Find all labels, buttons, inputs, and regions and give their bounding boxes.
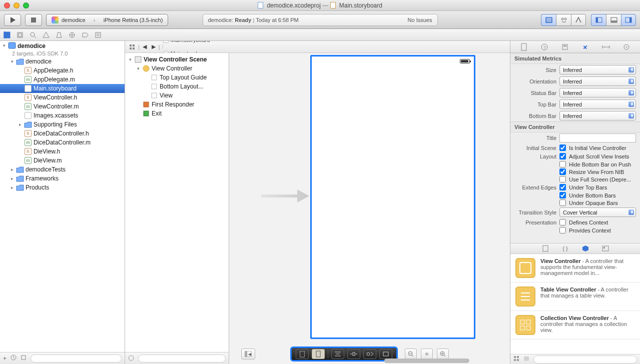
library-item[interactable]: View Controller - A controller that supp… <box>510 254 640 282</box>
outline-item[interactable]: First Responder <box>125 100 229 109</box>
report-navigator-tab[interactable] <box>94 31 102 39</box>
connections-inspector-tab[interactable] <box>621 42 631 52</box>
standard-editor-button[interactable] <box>541 14 556 26</box>
symbol-navigator-tab[interactable] <box>16 31 24 39</box>
test-navigator-tab[interactable] <box>55 31 63 39</box>
disclosure-triangle-icon[interactable] <box>18 158 23 163</box>
resizing-button[interactable] <box>379 349 392 359</box>
object-library-tab[interactable] <box>581 244 590 252</box>
object-library-list[interactable]: View Controller - A controller that supp… <box>510 254 640 354</box>
library-item[interactable]: Table View Controller - A controller tha… <box>510 282 640 311</box>
disclosure-triangle-icon[interactable] <box>10 168 15 172</box>
view-controller-view[interactable] <box>310 55 475 339</box>
any-any-button[interactable]: ⎕ <box>296 349 309 359</box>
nav-item[interactable]: mDieView.m <box>0 156 125 165</box>
minimize-window-button[interactable] <box>14 2 20 8</box>
disclosure-triangle-icon[interactable] <box>18 68 23 73</box>
issue-navigator-tab[interactable] <box>42 31 50 39</box>
defines-context-checkbox[interactable] <box>559 219 566 226</box>
statusbar-popup[interactable]: Inferred▴▾ <box>559 88 636 98</box>
quick-help-tab[interactable]: ? <box>539 42 549 52</box>
disclosure-triangle-icon[interactable] <box>18 132 23 136</box>
nav-item[interactable]: hAppDelegate.h <box>0 66 125 75</box>
disclosure-triangle-icon[interactable] <box>144 84 149 89</box>
scheme-destination[interactable]: iPhone Retina (3.5-inch) <box>99 14 168 26</box>
under-opaque-checkbox[interactable] <box>559 200 566 206</box>
zoom-out-button[interactable] <box>405 348 417 360</box>
orientation-popup[interactable]: Inferred▴▾ <box>559 76 636 86</box>
close-window-button[interactable] <box>4 2 10 8</box>
disclosure-triangle-icon[interactable] <box>2 44 7 48</box>
nav-item[interactable]: demodiceTests <box>0 165 125 174</box>
nav-item[interactable]: Images.xcassets <box>0 111 125 120</box>
recent-filter-icon[interactable] <box>11 354 17 362</box>
disclosure-triangle-icon[interactable] <box>128 58 133 62</box>
size-class-button[interactable] <box>312 349 325 359</box>
outline-item[interactable]: View Controller <box>125 64 229 73</box>
debug-navigator-tab[interactable] <box>68 31 76 39</box>
bottombar-popup[interactable]: Inferred▴▾ <box>559 111 636 120</box>
size-inspector-tab[interactable] <box>601 42 611 52</box>
media-library-tab[interactable] <box>601 244 610 252</box>
disclosure-triangle-icon[interactable] <box>136 102 141 107</box>
scheme-app[interactable]: demodice <box>47 14 91 26</box>
outline-item[interactable]: Exit <box>125 109 229 118</box>
provides-context-checkbox[interactable] <box>559 227 566 234</box>
storyboard-canvas[interactable] <box>229 53 510 344</box>
nav-item[interactable]: Main.storyboard <box>0 84 125 93</box>
scm-filter-icon[interactable] <box>21 354 27 362</box>
outline-filter-field[interactable] <box>138 354 226 362</box>
pin-button[interactable] <box>347 349 360 359</box>
code-snippet-library-tab[interactable]: { } <box>561 244 570 252</box>
jumpbar-crumb[interactable]: Main.storyboard <box>161 41 227 43</box>
project-root-row[interactable]: demodice <box>0 41 125 50</box>
nav-item[interactable]: Frameworks <box>0 174 125 183</box>
stop-button[interactable] <box>25 14 42 26</box>
resize-nib-checkbox[interactable] <box>559 168 566 175</box>
nav-item[interactable]: mDiceDataController.m <box>0 138 125 147</box>
zoom-in-button[interactable] <box>437 348 449 360</box>
adjust-insets-checkbox[interactable] <box>559 153 566 160</box>
toggle-debug-area-button[interactable] <box>606 14 621 26</box>
initial-scene-checkbox[interactable] <box>559 144 566 151</box>
disclosure-triangle-icon[interactable] <box>18 140 23 145</box>
file-inspector-tab[interactable] <box>519 42 529 52</box>
nav-item[interactable]: hDiceDataController.h <box>0 129 125 138</box>
breakpoint-navigator-tab[interactable] <box>81 31 89 39</box>
disclosure-triangle-icon[interactable] <box>18 104 23 109</box>
disclosure-triangle-icon[interactable] <box>136 66 141 71</box>
identity-inspector-tab[interactable] <box>560 42 570 52</box>
find-navigator-tab[interactable] <box>29 31 37 39</box>
resolve-issues-button[interactable] <box>363 349 376 359</box>
transition-popup[interactable]: Cover Vertical▴▾ <box>559 208 636 217</box>
toggle-outline-button[interactable]: ◀ <box>241 348 255 360</box>
library-grid-icon[interactable] <box>513 356 519 363</box>
nav-item[interactable]: Supporting Files <box>0 120 125 129</box>
outline-item[interactable]: Top Layout Guide <box>125 73 229 82</box>
under-bottom-checkbox[interactable] <box>559 192 566 198</box>
title-field[interactable] <box>559 134 636 142</box>
zoom-actual-button[interactable]: = <box>421 348 433 360</box>
assistant-editor-button[interactable] <box>556 14 571 26</box>
disclosure-triangle-icon[interactable] <box>18 78 23 82</box>
canvas-horizontal-scrollbar[interactable] <box>319 358 495 363</box>
nav-item[interactable]: hViewController.h <box>0 93 125 102</box>
disclosure-triangle-icon[interactable] <box>18 96 23 100</box>
forward-button[interactable]: ▶ <box>150 44 158 50</box>
disclosure-triangle-icon[interactable] <box>18 114 23 118</box>
add-button[interactable]: + <box>3 355 7 362</box>
fullscreen-checkbox[interactable] <box>559 176 566 182</box>
navigator-tree[interactable]: demodice 2 targets, iOS SDK 7.0 demodice… <box>0 41 125 352</box>
zoom-window-button[interactable] <box>23 2 29 8</box>
disclosure-triangle-icon[interactable] <box>18 122 23 127</box>
jump-bar[interactable]: | ◀ ▶ | demodice〉demodice〉Main.storyboar… <box>125 41 510 53</box>
project-navigator-tab[interactable] <box>3 31 11 39</box>
disclosure-triangle-icon[interactable] <box>18 150 23 154</box>
disclosure-triangle-icon[interactable] <box>136 112 141 116</box>
nav-item[interactable]: Products <box>0 183 125 192</box>
hide-bottombar-checkbox[interactable] <box>559 161 566 168</box>
outline-item[interactable]: Bottom Layout... <box>125 82 229 91</box>
attributes-inspector-tab[interactable] <box>580 42 590 52</box>
run-button[interactable] <box>4 14 21 26</box>
nav-item[interactable]: hDieView.h <box>0 147 125 156</box>
